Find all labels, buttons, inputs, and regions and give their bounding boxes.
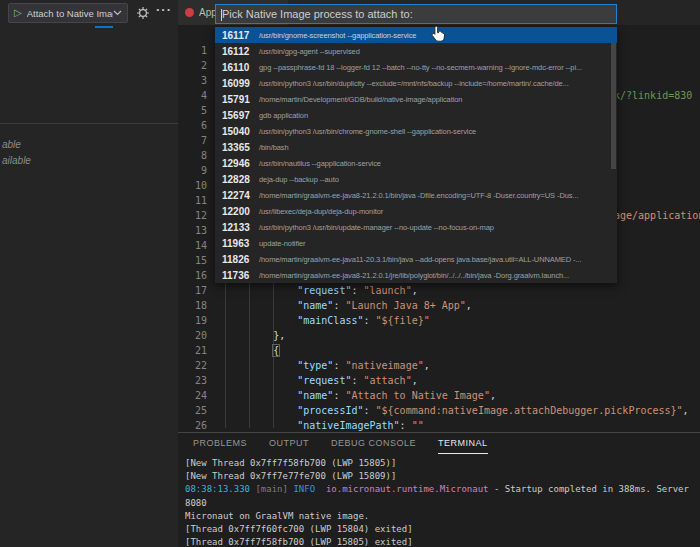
process-item[interactable]: 12274/home/martin/graalvm-ee-java8-21.2.… [215, 187, 617, 203]
line-number: 7 [178, 133, 207, 148]
terminal-line: [Thread 0x7ff7f60fc700 (LWP 15804) exite… [185, 523, 700, 536]
process-command: update-notifier [259, 239, 305, 248]
line-number: 25 [178, 403, 207, 418]
line-number: 19 [178, 313, 207, 328]
process-pid: 12133 [222, 222, 253, 233]
code-token: "nativeImagePath" [297, 420, 399, 431]
terminal-text: [New Thread 0x7ff7e77fe700 (LWP 15809)] [185, 471, 396, 481]
process-item[interactable]: 15040/usr/bin/python3 /usr/bin/chrome-gn… [215, 123, 617, 139]
code-token [225, 405, 297, 416]
process-pid: 11826 [222, 254, 253, 265]
vscode-window: ▷ Attach to Native Image ··· able [0, 0, 700, 547]
process-item[interactable]: 11963update-notifier [215, 235, 617, 251]
gear-icon[interactable] [136, 6, 150, 20]
process-command: /home/martin/Development/GDB/build/nativ… [259, 95, 462, 104]
code-token: "${command:nativeImage.attachDebugger.pi… [376, 405, 683, 416]
code-line: "processId": "${command:nativeImage.atta… [225, 403, 689, 418]
code-token: , [466, 300, 472, 311]
code-token: , [424, 360, 430, 371]
process-pid: 12828 [222, 174, 253, 185]
process-command: /home/martin/graalvm-ee-java8-21.2.0.1/b… [259, 191, 578, 200]
line-number: 24 [178, 388, 207, 403]
process-item[interactable]: 12200/usr/libexec/deja-dup/deja-dup-moni… [215, 203, 617, 219]
terminal-line: 8080 [185, 497, 700, 510]
terminal-text: [Thread 0x7ff7f58fb700 (LWP 15805) exite… [185, 537, 413, 547]
line-number: 6 [178, 118, 207, 133]
line-number: 15 [178, 253, 207, 268]
panel-tab-output[interactable]: OUTPUT [269, 434, 309, 453]
quickpick-input[interactable] [216, 5, 616, 23]
more-actions-icon[interactable]: ··· [156, 2, 172, 17]
code-token: "Attach to Native Image" [345, 390, 490, 401]
panel-tab-problems[interactable]: PROBLEMS [193, 434, 247, 453]
code-token: , [412, 285, 418, 296]
progress-indicator [95, 26, 113, 28]
line-number: 21 [178, 343, 207, 358]
process-item[interactable]: 15791/home/martin/Development/GDB/build/… [215, 91, 617, 107]
code-token [225, 360, 297, 371]
process-item[interactable]: 16110gpg --passphrase-fd 18 --logger-fd … [215, 59, 617, 75]
process-pid: 12200 [222, 206, 253, 217]
terminal-text: 8080 [185, 498, 207, 508]
launch-config-dropdown[interactable]: ▷ Attach to Native Image [8, 3, 128, 23]
process-pid: 12946 [222, 158, 253, 169]
terminal-text: io.micronaut.runtime.Micronaut [315, 484, 488, 494]
terminal-text: 08:38:13.330 [185, 484, 250, 494]
process-pid: 15697 [222, 110, 253, 121]
code-line: }, [225, 328, 285, 343]
process-item[interactable]: 16099/usr/bin/python3 /usr/bin/duplicity… [215, 75, 617, 91]
process-command: /usr/libexec/deja-dup/deja-dup-monitor [259, 207, 383, 216]
process-command: /usr/bin/gnome-screenshot --gapplication… [259, 31, 416, 40]
panel-tabbar: PROBLEMSOUTPUTDEBUG CONSOLETERMINAL [193, 433, 510, 454]
line-number: 16 [178, 268, 207, 283]
terminal-line: [New Thread 0x7ff7e77fe700 (LWP 15809)] [185, 470, 700, 483]
code-token [225, 390, 297, 401]
terminal-line: Micronaut on GraalVM native image. [185, 510, 700, 523]
code-line: "nativeImagePath": "" [225, 418, 424, 433]
process-command: /usr/bin/gpg-agent --supervised [259, 47, 360, 56]
terminal-text: INFO [293, 484, 315, 494]
line-number: 8 [178, 148, 207, 163]
process-item[interactable]: 11826/home/martin/graalvm-ee-java11-20.3… [215, 251, 617, 267]
debug-start-icon[interactable]: ▷ [14, 8, 22, 18]
line-number: 4 [178, 88, 207, 103]
process-item[interactable]: 13365/bin/bash [215, 139, 617, 155]
process-pid: 16099 [222, 78, 253, 89]
process-pid: 11963 [222, 238, 253, 249]
line-number: 11 [178, 193, 207, 208]
line-number: 26 [178, 418, 207, 433]
code-token: "name" [297, 300, 333, 311]
line-number: 18 [178, 298, 207, 313]
process-item[interactable]: 16112/usr/bin/gpg-agent --supervised [215, 43, 617, 59]
process-item[interactable]: 12946/usr/bin/nautilus --gapplication-se… [215, 155, 617, 171]
process-item[interactable]: 12133/usr/bin/python3 /usr/bin/update-ma… [215, 219, 617, 235]
code-token [225, 330, 273, 341]
process-pid: 11736 [222, 270, 253, 281]
process-pid: 16117 [222, 30, 253, 41]
quickpick-widget: 16117/usr/bin/gnome-screenshot --gapplic… [215, 4, 617, 24]
code-token [225, 375, 297, 386]
code-line: { [225, 343, 279, 358]
process-item[interactable]: 11736/home/martin/graalvm-ee-java8-21.2.… [215, 267, 617, 283]
panel-tab-terminal[interactable]: TERMINAL [438, 434, 488, 454]
launch-config-label: Attach to Native Image [27, 8, 113, 19]
process-command: /home/martin/graalvm-ee-java11-20.3.1/bi… [259, 255, 581, 264]
terminal-text: [New Thread 0x7ff7f58fb700 (LWP 15805)] [185, 458, 396, 468]
terminal-line: 08:38:13.330 [main] INFO io.micronaut.ru… [185, 483, 700, 496]
process-item[interactable]: 16117/usr/bin/gnome-screenshot --gapplic… [215, 27, 617, 43]
terminal-output: [New Thread 0x7ff7f58fb700 (LWP 15805)][… [185, 457, 700, 547]
process-command: /home/martin/graalvm-ee-java8-21.2.0.1/j… [259, 271, 569, 280]
panel-tab-debug-console[interactable]: DEBUG CONSOLE [331, 434, 416, 453]
process-item[interactable]: 15697gdb application [215, 107, 617, 123]
process-item[interactable]: 12828deja-dup --backup --auto [215, 171, 617, 187]
code-token: : [351, 285, 363, 296]
code-token: }, [273, 330, 285, 341]
line-number: 10 [178, 178, 207, 193]
code-token: "Launch Java 8+ App" [345, 300, 465, 311]
code-token: : [333, 360, 345, 371]
code-token: : [363, 405, 375, 416]
code-fragment: age/application [614, 208, 700, 223]
code-token [225, 285, 297, 296]
code-token [225, 300, 297, 311]
line-number: 17 [178, 283, 207, 298]
